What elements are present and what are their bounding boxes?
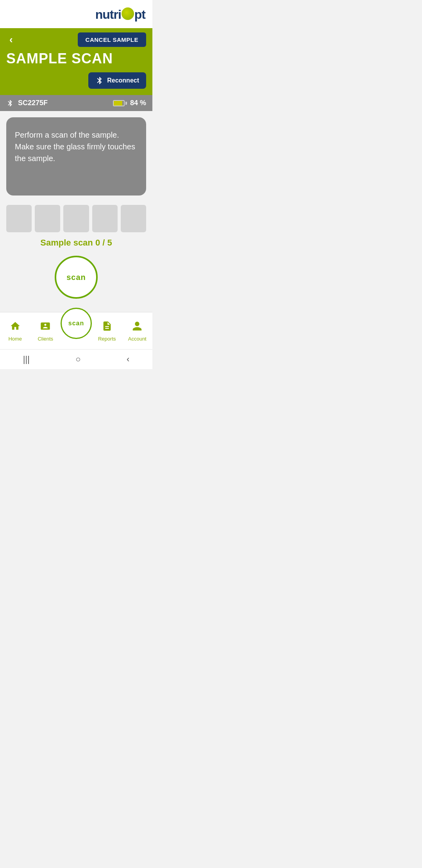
system-back-icon[interactable]: ‹ (127, 354, 129, 364)
scan-button[interactable]: scan (55, 256, 98, 299)
header-band: ‹ CANCEL SAMPLE SAMPLE SCAN Reconnect (0, 28, 152, 95)
reconnect-button[interactable]: Reconnect (88, 72, 146, 89)
reports-icon (102, 321, 113, 334)
nav-item-account[interactable]: Account (122, 321, 153, 342)
nav-item-home[interactable]: Home (0, 321, 30, 342)
back-button[interactable]: ‹ (6, 32, 16, 47)
device-left: SC2275F (6, 99, 48, 107)
battery-icon (113, 100, 127, 106)
account-label: Account (128, 336, 147, 342)
scan-thumb-2 (35, 205, 60, 232)
header-top-row: ‹ CANCEL SAMPLE (6, 32, 146, 47)
reports-label: Reports (98, 336, 116, 342)
device-id: SC2275F (18, 99, 48, 107)
device-right: 84 % (113, 99, 146, 107)
reconnect-label: Reconnect (107, 77, 139, 84)
reconnect-row: Reconnect (6, 72, 146, 89)
scan-counter: Sample scan 0 / 5 (6, 238, 146, 248)
logo-pt: pt (134, 7, 145, 22)
home-label: Home (8, 336, 22, 342)
cancel-sample-button[interactable]: CANCEL SAMPLE (78, 32, 146, 47)
bluetooth-icon (95, 76, 104, 85)
battery-percent: 84 % (130, 99, 146, 107)
system-menu-icon[interactable]: ||| (23, 354, 30, 364)
clients-icon (40, 321, 51, 334)
scan-instruction: Perform a scan of the sample. Make sure … (15, 129, 138, 164)
main-content: Perform a scan of the sample. Make sure … (0, 111, 152, 312)
home-icon (10, 321, 21, 334)
device-status-bar: SC2275F 84 % (0, 95, 152, 111)
scan-thumb-3 (63, 205, 89, 232)
nav-item-reports[interactable]: Reports (92, 321, 122, 342)
scan-thumb-5 (121, 205, 146, 232)
logo-nutri: nutri (95, 7, 121, 22)
system-home-icon[interactable]: ○ (75, 354, 80, 364)
page-title: SAMPLE SCAN (6, 50, 146, 67)
system-nav: ||| ○ ‹ (0, 349, 152, 369)
nav-item-clients[interactable]: Clients (30, 321, 61, 342)
account-icon (132, 321, 143, 334)
nav-item-scan[interactable]: scan (61, 308, 92, 339)
scan-thumbnails (6, 205, 146, 232)
scan-nav-label: scan (68, 320, 84, 327)
scan-card: Perform a scan of the sample. Make sure … (6, 117, 146, 195)
logo-bar: nutript (0, 0, 152, 28)
clients-label: Clients (38, 336, 53, 342)
scan-button-area: scan (6, 256, 146, 303)
logo-o-icon (122, 7, 134, 20)
bluetooth-status-icon (6, 99, 14, 107)
scan-nav-button[interactable]: scan (61, 308, 92, 339)
bottom-nav: Home Clients scan Reports Account (0, 312, 152, 349)
scan-thumb-4 (92, 205, 118, 232)
scan-thumb-1 (6, 205, 32, 232)
logo: nutript (95, 6, 145, 22)
